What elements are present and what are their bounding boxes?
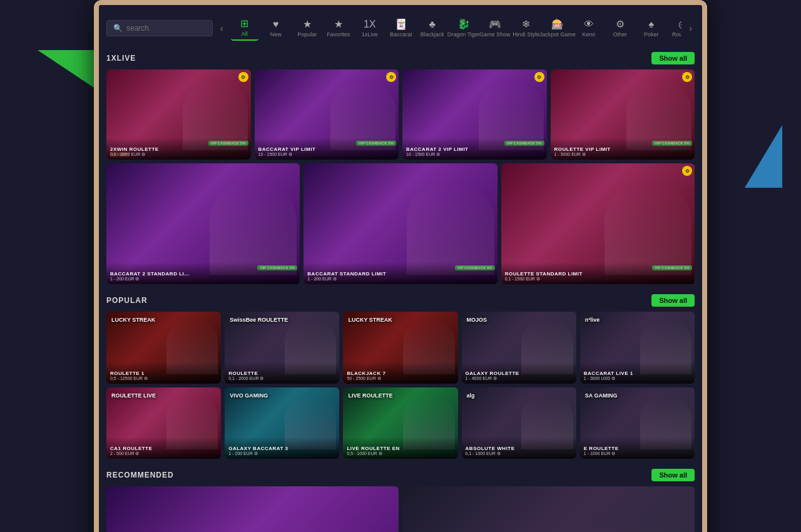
game-card-inner: VIP CASHBACK 5% ⚙ ROULETTE STANDARD LIMI… — [501, 163, 695, 284]
cat-icon-other: ⚙ — [616, 18, 625, 30]
game-card-popular-0-1[interactable]: SwissBee ROULETTE ROULETTE 0,1 - 2000 EU… — [225, 312, 339, 384]
cat-item-hindi_style[interactable]: ❄ Hindi Style — [513, 16, 540, 40]
game-info: BACCARAT 2 VIP LIMIT 10 - 1500 EUR ⚙ — [402, 138, 547, 160]
game-card-popular-1-3[interactable]: alg ABSOLUTE WHITE 0,1 - 1000 EUR ⚙ — [462, 387, 576, 459]
casino-container: 🔍 ‹ ⊞ All ♥ New ★ Popular ★ Favorites 1X… — [99, 5, 702, 532]
cat-item-popular[interactable]: ★ Popular — [293, 16, 321, 40]
game-limits: 1 - 3000 EUR ⚙ — [554, 152, 691, 157]
cat-item-jackpot_game[interactable]: 🎰 Jackpot Game — [544, 16, 571, 40]
game-card-inner: MOJOS GALAXY ROULETTE 1 - 4000 EUR ⚙ — [462, 312, 576, 384]
game-row-popular-0: LUCKY STREAK ROULETTE 1 0,5 - 12500 EUR … — [106, 312, 695, 384]
cat-label-favorites: Favorites — [327, 31, 350, 38]
game-badge: ⚙ — [238, 72, 248, 82]
game-card-inner: n²live BACCARAT LIVE 1 1 - 3000 USD ⚙ — [580, 312, 695, 383]
section-header-1xlive: 1XLIVE Show all — [106, 52, 695, 64]
cat-item-keno[interactable]: 👁 Keno — [575, 16, 603, 40]
cat-label-other: Other — [613, 31, 627, 38]
category-nav: ⊞ All ♥ New ★ Popular ★ Favorites 1X 1xL… — [231, 15, 682, 41]
game-card-1xlive-1-1[interactable]: VIP CASHBACK 5% BACCARAT STANDARD LIMIT … — [304, 163, 497, 284]
cat-label-poker: Poker — [644, 31, 659, 38]
game-card-1xlive-0-0[interactable]: VIP CASHBACK 5% ⚙ PROMO 2XWIN ROULETTE 0… — [106, 69, 251, 160]
cat-item-all[interactable]: ⊞ All — [231, 15, 258, 41]
game-info: BLACKJACK 7 50 - 2500 EUR ⚙ — [343, 362, 457, 384]
game-card-popular-1-0[interactable]: ROULETTE LIVE CA1 ROULETTE 2 - 500 EUR ⚙ — [106, 387, 221, 459]
section-1xlive: 1XLIVE Show all VIP CASHBACK 5% ⚙ PROMO … — [106, 52, 695, 284]
game-card-inner: LIVE ROULETTE LIVE ROULETTE EN 0,5 - 100… — [343, 387, 457, 459]
show-all-btn-1xlive[interactable]: Show all — [651, 52, 695, 64]
game-limits: 0,5 - 1000 EUR ⚙ — [347, 451, 454, 456]
cat-label-1xlive: 1xLive — [362, 31, 378, 38]
nav-right-arrow[interactable]: › — [686, 23, 695, 33]
game-card-1xlive-0-3[interactable]: VIP CASHBACK 5% ⚙ ROULETTE VIP LIMIT 1 -… — [551, 69, 695, 160]
game-card-popular-0-2[interactable]: LUCKY STREAK BLACKJACK 7 50 - 2500 EUR ⚙ — [343, 312, 457, 384]
cat-label-roulette: Roulette — [672, 31, 681, 38]
search-input[interactable] — [126, 24, 206, 33]
game-card-1xlive-0-2[interactable]: VIP CASHBACK 5% ⚙ BACCARAT 2 VIP LIMIT 1… — [402, 69, 547, 160]
show-all-btn-recommended[interactable]: Show all — [651, 469, 695, 481]
person-silhouette — [210, 184, 297, 275]
cat-label-hindi_style: Hindi Style — [513, 31, 539, 38]
game-card-inner: LUCKY STREAK ROULETTE 1 0,5 - 12500 EUR … — [106, 312, 221, 383]
cat-item-new[interactable]: ♥ New — [262, 16, 290, 40]
game-card-popular-0-3[interactable]: MOJOS GALAXY ROULETTE 1 - 4000 EUR ⚙ — [462, 312, 576, 384]
game-card-popular-1-2[interactable]: LIVE ROULETTE LIVE ROULETTE EN 0,5 - 100… — [343, 387, 457, 459]
game-card-1xlive-1-2[interactable]: VIP CASHBACK 5% ⚙ ROULETTE STANDARD LIMI… — [501, 163, 695, 284]
person-silhouette — [560, 523, 691, 532]
game-info: GALAXY BACCARAT 3 1 - 200 EUR ⚙ — [225, 437, 339, 459]
cat-icon-baccarat: 🃏 — [395, 18, 407, 30]
game-limits: 0,5 - 12500 EUR ⚙ — [110, 376, 217, 381]
game-card-recommended-0-1[interactable] — [402, 486, 695, 532]
cat-label-baccarat: Baccarat — [390, 31, 412, 38]
search-box[interactable]: 🔍 — [106, 20, 213, 36]
game-name: ROULETTE STANDARD LIMIT — [505, 271, 691, 277]
cat-label-game_show: Game Show — [479, 31, 511, 38]
game-badge: ⚙ — [386, 72, 396, 82]
game-logo: ROULETTE LIVE — [111, 392, 156, 399]
cat-label-new: New — [270, 31, 282, 38]
person-silhouette — [264, 523, 395, 532]
game-info: BACCARAT STANDARD LIMIT 1 - 200 EUR ⚙ — [304, 262, 497, 284]
game-name: BACCARAT VIP LIMIT — [258, 146, 395, 152]
game-name: LIVE ROULETTE EN — [347, 446, 454, 451]
cat-item-favorites[interactable]: ★ Favorites — [325, 16, 352, 40]
cat-item-blackjack[interactable]: ♣ Blackjack — [419, 16, 446, 40]
cat-label-dragon_tiger: Dragon Tiger — [447, 31, 480, 38]
cat-item-roulette[interactable]: ◎ Roulette — [669, 16, 682, 40]
game-card-popular-0-0[interactable]: LUCKY STREAK ROULETTE 1 0,5 - 12500 EUR … — [106, 312, 221, 383]
cat-item-1xlive[interactable]: 1X 1xLive — [356, 16, 384, 40]
person-silhouette — [407, 184, 494, 275]
game-card-inner: SA GAMING E ROULETTE 1 - 1000 EUR ⚙ — [580, 387, 695, 459]
cat-item-baccarat[interactable]: 🃏 Baccarat — [387, 16, 415, 40]
game-info: BACCARAT VIP LIMIT 10 - 1500 EUR ⚙ — [255, 138, 399, 160]
section-recommended: RECOMMENDED Show all — [106, 469, 695, 532]
section-title-recommended: RECOMMENDED — [106, 471, 174, 479]
cat-item-other[interactable]: ⚙ Other — [606, 16, 634, 40]
game-row-popular-1: ROULETTE LIVE CA1 ROULETTE 2 - 500 EUR ⚙ — [106, 387, 695, 459]
game-card-popular-0-4[interactable]: n²live BACCARAT LIVE 1 1 - 3000 USD ⚙ — [580, 312, 695, 383]
cat-item-game_show[interactable]: 🎮 Game Show — [481, 16, 509, 40]
game-card-recommended-0-0[interactable] — [106, 486, 399, 532]
game-card-popular-1-1[interactable]: VIVO GAMING GALAXY BACCARAT 3 1 - 200 EU… — [225, 387, 339, 459]
game-info: ABSOLUTE WHITE 0,1 - 1000 EUR ⚙ — [462, 437, 576, 459]
game-card-popular-1-4[interactable]: SA GAMING E ROULETTE 1 - 1000 EUR ⚙ — [580, 387, 695, 459]
game-info: BACCARAT LIVE 1 1 - 3000 USD ⚙ — [580, 362, 695, 384]
side-decoration-right — [745, 125, 782, 188]
game-name: GALAXY BACCARAT 3 — [228, 446, 335, 451]
game-name: 2XWIN ROULETTE — [110, 146, 247, 152]
cat-item-poker[interactable]: ♠ Poker — [638, 16, 665, 40]
game-card-inner: VIP CASHBACK 5% BACCARAT STANDARD LIMIT … — [304, 163, 497, 284]
nav-left-arrow[interactable]: ‹ — [218, 23, 226, 33]
cat-label-jackpot_game: Jackpot Game — [539, 31, 576, 38]
game-limits: 10 - 1500 EUR ⚙ — [258, 152, 395, 157]
show-all-btn-popular[interactable]: Show all — [651, 294, 695, 307]
game-card-inner: VIVO GAMING GALAXY BACCARAT 3 1 - 200 EU… — [225, 387, 339, 459]
game-card-inner: LUCKY STREAK BLACKJACK 7 50 - 2500 EUR ⚙ — [343, 312, 457, 384]
game-card-1xlive-0-1[interactable]: VIP CASHBACK 5% ⚙ BACCARAT VIP LIMIT 10 … — [255, 69, 399, 160]
person-silhouette — [605, 184, 691, 275]
game-card-1xlive-1-0[interactable]: VIP CASHBACK 5% BACCARAT 2 STANDARD LI..… — [106, 163, 300, 284]
game-badge: ⚙ — [682, 72, 692, 82]
cat-item-dragon_tiger[interactable]: 🐉 Dragon Tiger — [450, 16, 477, 40]
game-info: ROULETTE 1 0,5 - 12500 EUR ⚙ — [106, 362, 221, 384]
game-logo: LUCKY STREAK — [111, 317, 155, 323]
game-name: ROULETTE 1 — [110, 371, 217, 376]
